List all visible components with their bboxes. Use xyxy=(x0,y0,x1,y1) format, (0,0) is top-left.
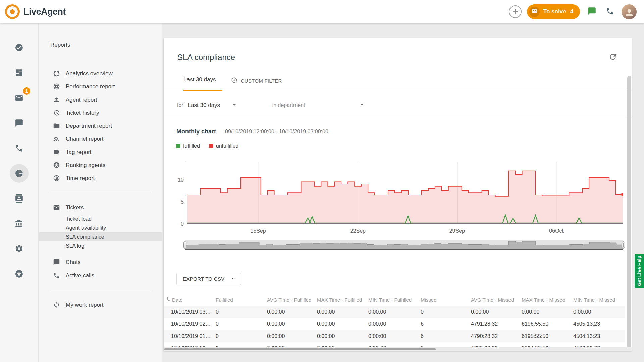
rail-item-company[interactable] xyxy=(10,214,29,233)
table-row[interactable]: 10/10/2019 02…00:00:000:00:000:00:006479… xyxy=(164,318,625,330)
sidebar-item-ranking-agents[interactable]: Ranking agents xyxy=(39,159,162,172)
unread-badge: 1 xyxy=(23,87,30,95)
sidebar-item-time-report[interactable]: Time report xyxy=(39,172,162,185)
column-header-missed[interactable]: Missed xyxy=(421,294,471,306)
sidebar-item-label: Performance report xyxy=(66,83,115,90)
rail-item-tickets[interactable]: 1 xyxy=(10,88,29,107)
legend-swatch xyxy=(176,144,180,148)
date-range-value: Last 30 days xyxy=(188,102,220,109)
calls-button[interactable] xyxy=(604,5,616,18)
svg-text:10: 10 xyxy=(178,177,184,183)
phone-icon xyxy=(606,7,614,15)
sort-icon[interactable] xyxy=(165,296,171,303)
rail-item-configuration[interactable] xyxy=(10,239,29,258)
liveagent-brand[interactable]: LiveAgent xyxy=(5,4,66,19)
rail-item-contacts[interactable] xyxy=(10,189,29,208)
topbar-actions: To solve 4 xyxy=(509,4,637,19)
get-live-help-tab[interactable]: Get Live Help xyxy=(635,254,644,288)
export-csv-button[interactable]: EXPORT TO CSV xyxy=(176,273,241,285)
get-live-help-label: Get Live Help xyxy=(637,256,642,286)
phone-icon xyxy=(15,144,23,153)
sidebar-item-tag-report[interactable]: Tag report xyxy=(39,145,162,159)
sidebar-item-my-work-report[interactable]: My work report xyxy=(39,298,162,311)
column-header-avg-time-missed[interactable]: AVG Time - Missed xyxy=(471,294,522,306)
table-row[interactable]: 10/10/2019 03…00:00:000:00:000:00:0000:0… xyxy=(164,306,625,318)
sidebar-item-agent-availability[interactable]: Agent availability xyxy=(39,223,162,232)
cell-fulfilled: 0 xyxy=(216,306,267,318)
rail-item-apps[interactable] xyxy=(10,264,29,283)
rail-item-dashboard[interactable] xyxy=(10,63,29,82)
scrubber-handle-right[interactable] xyxy=(622,241,625,249)
sidebar-item-label: Time report xyxy=(66,175,95,182)
rail-item-reports[interactable] xyxy=(10,164,29,183)
chevron-down-icon xyxy=(231,101,238,110)
add-button[interactable] xyxy=(509,5,522,18)
chart-scrubber[interactable] xyxy=(185,239,623,251)
chat-icon xyxy=(587,7,596,16)
refresh-button[interactable] xyxy=(607,51,619,64)
horizontal-scrollbar[interactable] xyxy=(164,347,632,351)
sidebar-item-ticket-load[interactable]: Ticket load xyxy=(39,214,162,223)
app-frame: 1 Reports Analytics overviewPerformance … xyxy=(0,23,644,362)
sidebar-item-ticket-history[interactable]: Ticket history xyxy=(39,106,162,119)
sidebar-item-chats[interactable]: Chats xyxy=(39,256,162,269)
sla-compliance-card: SLA compliance Last 30 days CUSTOM FILTE… xyxy=(164,38,632,351)
svg-text:29Sep: 29Sep xyxy=(449,228,465,234)
tab-label: Last 30 days xyxy=(183,76,216,83)
column-header-min-time-missed[interactable]: MIN Time - Missed xyxy=(573,294,625,306)
sidebar-item-sla-log[interactable]: SLA log xyxy=(39,241,162,250)
tab-last-30-days[interactable]: Last 30 days xyxy=(183,74,216,90)
to-solve-button[interactable]: To solve 4 xyxy=(527,4,580,19)
dashboard-icon xyxy=(15,68,23,77)
column-header-date[interactable]: Date xyxy=(164,294,216,306)
rail-item-chats[interactable] xyxy=(10,114,29,132)
reports-sidebar: Reports Analytics overviewPerformance re… xyxy=(38,23,162,362)
vertical-scrollbar[interactable] xyxy=(627,76,631,348)
plus-circle-icon xyxy=(231,77,237,84)
person-icon xyxy=(53,96,60,103)
cell-avg-time-missed: 4791:28:32 xyxy=(471,318,522,330)
sidebar-item-sla-compliance[interactable]: SLA compliance xyxy=(39,232,162,241)
analytics-icon xyxy=(53,70,60,77)
export-csv-label: EXPORT TO CSV xyxy=(183,276,225,282)
table-row[interactable]: 10/10/2019 01…00:00:000:00:000:00:006479… xyxy=(164,330,625,342)
chevron-down-icon xyxy=(358,101,366,110)
sidebar-item-channel-report[interactable]: Channel report xyxy=(39,132,162,145)
sidebar-item-tickets[interactable]: Tickets xyxy=(39,201,162,214)
sidebar-item-label: Chats xyxy=(66,259,80,266)
sidebar-item-agent-report[interactable]: Agent report xyxy=(39,93,162,106)
tab-custom-filter[interactable]: CUSTOM FILTER xyxy=(231,74,282,90)
cell-fulfilled: 0 xyxy=(216,318,267,330)
sidebar-item-analytics-overview[interactable]: Analytics overview xyxy=(39,67,162,80)
person-icon xyxy=(624,7,635,19)
department-select[interactable]: in department xyxy=(272,101,366,110)
folder-icon xyxy=(53,122,60,129)
cell-min-time-missed: 0:00:00 xyxy=(573,306,625,318)
chats-button[interactable] xyxy=(585,5,598,19)
sidebar-item-active-calls[interactable]: Active calls xyxy=(39,269,162,282)
cell-max-time-fulfilled: 0:00:00 xyxy=(317,330,368,342)
svg-text:5: 5 xyxy=(181,199,184,205)
scrollbar-thumb[interactable] xyxy=(164,348,436,350)
cell-max-time-fulfilled: 0:00:00 xyxy=(317,306,368,318)
divider xyxy=(50,193,151,193)
cell-max-time-missed: 6195:55:50 xyxy=(522,330,573,342)
column-header-max-time-fulfilled[interactable]: MAX Time - Fulfilled xyxy=(317,294,368,306)
sidebar-item-performance-report[interactable]: Performance report xyxy=(39,80,162,93)
bank-icon xyxy=(15,219,23,228)
scrubber-handle-left[interactable] xyxy=(183,241,186,249)
user-avatar[interactable] xyxy=(622,4,637,19)
liveagent-logo-icon xyxy=(5,4,20,19)
column-header-min-time-fulfilled[interactable]: MIN Time - Fulfilled xyxy=(368,294,421,306)
sidebar-item-department-report[interactable]: Department report xyxy=(39,119,162,132)
cell-min-time-fulfilled: 0:00:00 xyxy=(368,330,421,342)
column-header-avg-time-fulfilled[interactable]: AVG Time - Fulfilled xyxy=(267,294,317,306)
rail-item-to-do[interactable] xyxy=(10,38,29,57)
chat-icon xyxy=(53,259,60,266)
date-range-select[interactable]: Last 30 days xyxy=(188,101,238,110)
cell-max-time-missed: 0:00:00 xyxy=(522,306,573,318)
rail-item-calls[interactable] xyxy=(10,139,29,158)
cell-missed: 6 xyxy=(421,330,471,342)
column-header-fulfilled[interactable]: Fulfilled xyxy=(216,294,267,306)
column-header-max-time-missed[interactable]: MAX Time - Missed xyxy=(522,294,573,306)
